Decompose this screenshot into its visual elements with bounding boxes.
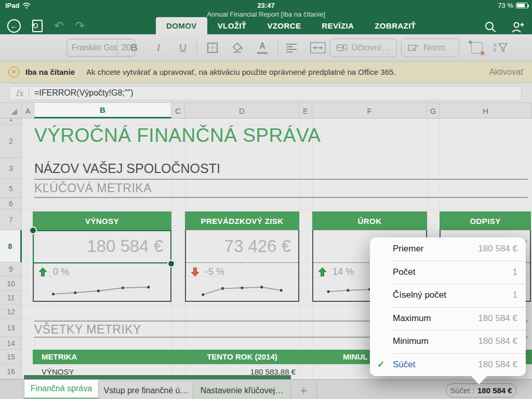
number-format-button[interactable]: Účtovní… (329, 38, 397, 57)
col-tento-rok: TENTO ROK (2014) (185, 350, 299, 364)
sheet-tab-bar: Finančná správa Vstup pre finančné ú… Na… (0, 379, 532, 399)
activate-link[interactable]: Aktivovať (489, 68, 524, 77)
popup-label: Súčet (393, 360, 415, 370)
popup-label: Počet (393, 267, 415, 277)
column-header-h[interactable]: H (440, 103, 532, 118)
aggregate-value: 180 584 € (477, 386, 512, 395)
row-header-8[interactable]: 8 (0, 230, 22, 262)
formatting-toolbar: Franklin Gothic M 20 B I U A (0, 34, 532, 61)
add-sheet-button[interactable]: + (291, 381, 317, 399)
row-header-5[interactable]: 5 (0, 179, 22, 198)
number-format-label: Účtovní… (351, 43, 390, 53)
popup-label: Maximum (393, 313, 431, 324)
row-header-2[interactable]: 2 (0, 125, 22, 158)
row-header-14[interactable]: 14 (0, 337, 22, 350)
search-icon[interactable] (484, 21, 497, 33)
font-color-button[interactable]: A (255, 41, 270, 55)
row-header-15[interactable]: 15 (0, 350, 22, 364)
sheet-tab-vstup[interactable]: Vstup pre finančné ú… (99, 381, 193, 399)
report-title: VÝROČNÁ FINANČNÁ SPRÁVA (34, 125, 321, 147)
borders-button[interactable] (205, 41, 220, 55)
column-header-g[interactable]: G (427, 103, 440, 118)
insert-delete-cells-button[interactable]: +✕ (468, 41, 486, 55)
arrow-up-icon (318, 268, 326, 276)
popup-label: Minimum (393, 336, 429, 347)
clock: 23:47 (0, 2, 532, 9)
row-header-1[interactable]: 1 (0, 118, 22, 125)
column-header-e[interactable]: E (299, 103, 312, 118)
popup-row-priemer[interactable]: Priemer 180 584 € (370, 237, 526, 261)
undo-button[interactable]: ↶ (54, 20, 63, 32)
formula-text: =IFERROR(Výpočty!G8;"") (29, 88, 134, 98)
brush-icon (408, 43, 419, 52)
row-header-13[interactable]: 13 (0, 319, 22, 337)
sparkline (193, 280, 291, 299)
card-urok-title: ÚROK (312, 211, 427, 230)
popup-value: 180 584 € (478, 313, 517, 324)
selection-handle-top-left[interactable] (29, 227, 37, 234)
sort-filter-button[interactable]: AZ (490, 41, 511, 55)
popup-row-maximum[interactable]: Maximum 180 584 € (370, 307, 526, 330)
share-person-icon[interactable] (510, 21, 525, 33)
popup-label: Priemer (393, 244, 424, 254)
row-header-7[interactable]: 7 (0, 209, 22, 230)
aggregate-label: Súčet : (450, 386, 474, 395)
tab-vlozit[interactable]: VLOŽIŤ (207, 17, 257, 34)
row-header-11[interactable]: 11 (0, 291, 22, 304)
alignment-button[interactable] (284, 41, 299, 55)
redo-button[interactable]: ↷ (75, 20, 84, 32)
status-bar: iPad 23:47 73 % (0, 0, 532, 11)
formula-bar: fx =IFERROR(Výpočty!G8;"") (0, 83, 532, 103)
sheet-tab-financna-sprava[interactable]: Finančná správa (24, 380, 99, 399)
card-vynosy-title: VÝNOSY (33, 211, 171, 230)
row-headers: 1 2 3 5 6 7 8 9 10 11 12 13 14 15 16 (0, 118, 22, 379)
bold-button[interactable]: B (126, 39, 142, 57)
col-metrika: METRIKA (42, 350, 77, 364)
font-name: Franklin Gothic M (67, 43, 117, 52)
italic-button[interactable]: I (151, 39, 166, 57)
popup-tail (470, 375, 488, 384)
popup-row-ciselny-pocet[interactable]: Číselný počet 1 (370, 284, 526, 307)
column-header-b[interactable]: B (34, 103, 171, 118)
card-zisk-value[interactable]: 73 426 € (186, 230, 298, 262)
next-row-green-sliver (24, 375, 291, 379)
row-header-12[interactable]: 12 (0, 304, 22, 319)
selection-handle-bottom-right[interactable] (167, 260, 175, 268)
popup-value: 180 584 € (478, 244, 517, 254)
cell-styles-button[interactable]: Norm. (401, 38, 459, 57)
row-header-10[interactable]: 10 (0, 276, 22, 291)
column-header-c[interactable]: C (171, 103, 185, 118)
back-button[interactable]: ← (7, 19, 21, 33)
fill-color-button[interactable] (230, 41, 246, 55)
aggregate-pill[interactable]: Súčet : 180 584 € (446, 383, 516, 397)
company-name: NÁZOV VAŠEJ SPOLOČNOSTI (34, 161, 220, 176)
merge-cells-button[interactable] (309, 41, 327, 55)
row-header-16[interactable]: 16 (0, 364, 22, 379)
formula-field[interactable]: fx =IFERROR(Výpočty!G8;"") (9, 86, 522, 100)
underline-button[interactable]: U (175, 39, 191, 57)
tab-zobrazit[interactable]: ZOBRAZIŤ (364, 17, 426, 34)
card-urok-delta: 14 % (332, 267, 354, 277)
card-odpisy-title: ODPISY (440, 211, 531, 230)
arrow-down-icon (191, 268, 199, 276)
tab-domov[interactable]: DOMOV (156, 17, 207, 34)
excel-ipad-app: iPad 23:47 73 % Annual Financial Report … (0, 0, 532, 399)
cell-selection[interactable] (33, 230, 171, 263)
select-all-corner[interactable] (0, 103, 22, 118)
popup-row-sucet[interactable]: ✓ Súčet 180 584 € (370, 353, 526, 377)
font-picker[interactable]: Franklin Gothic M 20 (66, 39, 135, 57)
popup-row-pocet[interactable]: Počet 1 (370, 261, 526, 284)
row-header-6[interactable]: 6 (0, 198, 22, 209)
tab-revizia[interactable]: REVÍZIA (311, 17, 364, 34)
tab-vzorce[interactable]: VZORCE (257, 17, 311, 34)
row-header-9[interactable]: 9 (0, 262, 22, 276)
save-sync-button[interactable]: ⟲ (32, 20, 43, 32)
sheet-tab-nastavenie[interactable]: Nastavenie kľúčovej… (193, 381, 291, 399)
card-prevadzkovy-zisk[interactable]: PREVÁDZKOVÝ ZISK 73 426 € -5 % (185, 211, 299, 302)
column-header-d[interactable]: D (185, 103, 299, 118)
column-header-f[interactable]: F (312, 103, 427, 118)
popup-row-minimum[interactable]: Minimum 180 584 € (370, 330, 526, 353)
section-all-metrics: VŠETKY METRIKY (34, 323, 141, 337)
column-header-a[interactable]: A (22, 103, 34, 118)
row-header-3[interactable]: 3 (0, 158, 22, 179)
